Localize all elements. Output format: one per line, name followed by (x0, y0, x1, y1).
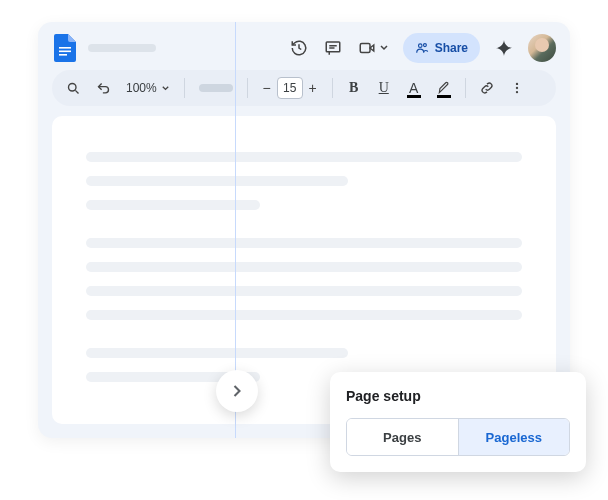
svg-point-12 (516, 87, 518, 89)
font-size-input[interactable]: 15 (277, 77, 303, 99)
text-color-button[interactable]: A (403, 77, 425, 99)
pageless-option[interactable]: Pageless (458, 419, 570, 455)
expand-chevron-button[interactable] (216, 370, 258, 412)
toolbar-separator (332, 78, 333, 98)
text-line-placeholder (86, 262, 522, 272)
text-line-placeholder (86, 310, 522, 320)
zoom-value: 100% (126, 81, 157, 95)
svg-point-9 (68, 83, 76, 91)
share-button[interactable]: Share (403, 33, 480, 63)
bold-button[interactable]: B (343, 77, 365, 99)
link-button[interactable] (476, 77, 498, 99)
svg-rect-2 (59, 54, 67, 56)
text-line-placeholder (86, 348, 348, 358)
text-line-placeholder (86, 152, 522, 162)
more-options-icon[interactable] (506, 77, 528, 99)
svg-line-10 (75, 90, 78, 93)
svg-point-13 (516, 91, 518, 93)
video-icon (357, 38, 377, 58)
font-family-placeholder[interactable] (199, 84, 233, 92)
font-size-control: − 15 + (258, 77, 322, 99)
underline-button[interactable]: U (373, 77, 395, 99)
page-mode-segmented: Pages Pageless (346, 418, 570, 456)
header-actions: Share (289, 33, 556, 63)
svg-rect-3 (326, 42, 340, 52)
chevron-right-icon (227, 381, 247, 401)
gemini-star-icon[interactable] (494, 38, 514, 58)
svg-point-8 (423, 44, 426, 47)
svg-rect-0 (59, 47, 71, 49)
svg-point-11 (516, 83, 518, 85)
pages-option[interactable]: Pages (347, 419, 458, 455)
comment-icon[interactable] (323, 38, 343, 58)
toolbar-separator (247, 78, 248, 98)
toolbar-separator (184, 78, 185, 98)
formatting-toolbar: 100% − 15 + B U A (52, 70, 556, 106)
docs-logo-icon[interactable] (52, 35, 78, 61)
text-line-placeholder (86, 176, 348, 186)
highlight-button[interactable] (433, 77, 455, 99)
zoom-dropdown[interactable]: 100% (122, 81, 174, 95)
share-label: Share (435, 41, 468, 55)
doc-title-placeholder[interactable] (88, 44, 156, 52)
header-bar: Share (38, 22, 570, 70)
user-avatar[interactable] (528, 34, 556, 62)
toolbar-separator (465, 78, 466, 98)
text-line-placeholder (86, 286, 522, 296)
chevron-down-icon (161, 84, 170, 93)
svg-point-7 (418, 44, 422, 48)
undo-icon[interactable] (92, 77, 114, 99)
history-icon[interactable] (289, 38, 309, 58)
popup-title: Page setup (346, 388, 570, 404)
text-line-placeholder (86, 238, 522, 248)
meet-dropdown[interactable] (357, 38, 389, 58)
page-setup-popup: Page setup Pages Pageless (330, 372, 586, 472)
chevron-down-icon (379, 43, 389, 53)
svg-rect-6 (360, 44, 370, 53)
search-icon[interactable] (62, 77, 84, 99)
font-size-decrease[interactable]: − (258, 77, 276, 99)
people-icon (415, 41, 429, 55)
svg-rect-1 (59, 51, 71, 53)
font-size-increase[interactable]: + (304, 77, 322, 99)
